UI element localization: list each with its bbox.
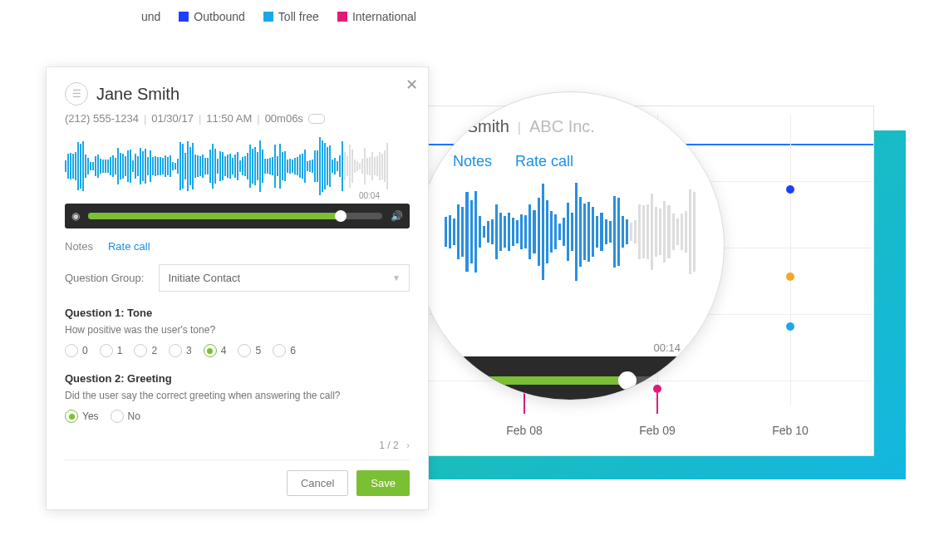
legend-label: Outbound [194, 10, 245, 23]
radio-option[interactable]: No [111, 410, 140, 423]
radio-option[interactable]: 4 [204, 344, 227, 357]
legend-item: Toll free [263, 10, 319, 23]
radio-option[interactable]: 2 [134, 344, 157, 357]
legend-item: und [141, 10, 160, 23]
call-duration: 00m06s [265, 112, 303, 125]
data-point[interactable] [786, 185, 794, 194]
radio-icon [65, 344, 78, 357]
call-date: 01/30/17 [151, 112, 194, 125]
modal-tabs: Notes Rate call [65, 240, 410, 253]
question-group-select[interactable]: Initiate Contact ▼ [159, 264, 410, 292]
waveform-small[interactable] [65, 136, 410, 196]
player-progress [88, 213, 341, 219]
radio-label: 4 [221, 345, 227, 356]
question-2-text: Did the user say the correct greeting wh… [65, 390, 410, 401]
radio-icon [238, 344, 251, 357]
radio-icon [65, 410, 78, 423]
contact-name: Jane Smith [96, 85, 179, 104]
radio-option[interactable]: 5 [238, 344, 261, 357]
call-meta: (212) 555-1234| 01/30/17| 11:50 AM| 00m0… [65, 112, 410, 125]
radio-label: 0 [82, 345, 88, 356]
radio-icon [111, 410, 124, 423]
data-point[interactable] [786, 322, 794, 331]
radio-label: 3 [186, 345, 192, 356]
radio-option[interactable]: 3 [169, 344, 192, 357]
radio-icon [273, 344, 286, 357]
player-thumb[interactable] [335, 210, 347, 222]
audio-player: ◉ 🔊 [65, 204, 410, 228]
x-tick-label: Feb 08 [491, 424, 558, 437]
radio-label: 6 [290, 345, 296, 356]
legend-item: Outbound [179, 10, 245, 23]
radio-label: Yes [82, 410, 99, 422]
x-tick-label: Feb 10 [757, 424, 823, 437]
select-value: Initiate Contact [168, 272, 240, 284]
radio-icon [169, 344, 182, 357]
radio-option[interactable]: 0 [65, 344, 88, 357]
tab-rate-call[interactable]: Rate call [108, 240, 150, 253]
waveform-time-marker: 00:14 [653, 341, 681, 354]
data-point[interactable] [786, 273, 794, 281]
page-indicator: 1 / 2 [379, 440, 398, 451]
zoom-callout: e Smith | ABC Inc. Notes Rate call 00:14 [415, 91, 725, 400]
question-1-title: Question 1: Tone [65, 307, 410, 319]
radio-label: 2 [151, 345, 157, 356]
question-2-title: Question 2: Greeting [65, 372, 410, 385]
x-tick-label: Feb 09 [624, 424, 691, 437]
legend-label: und [141, 10, 160, 23]
data-point[interactable] [653, 385, 661, 393]
link-icon[interactable] [308, 114, 325, 124]
save-button[interactable]: Save [356, 470, 410, 496]
legend-swatch [263, 12, 273, 22]
radio-label: No [128, 410, 140, 422]
question-group-row: Question Group: Initiate Contact ▼ [65, 264, 410, 292]
modal-footer: Cancel Save [65, 459, 410, 496]
radio-icon [204, 344, 217, 357]
pager: 1 / 2 › [65, 440, 410, 451]
radio-icon [100, 344, 113, 357]
question-2-options: YesNo [65, 410, 410, 423]
radio-label: 1 [117, 345, 123, 356]
radio-icon [134, 344, 147, 357]
zoom-tabs: Notes Rate call [453, 153, 704, 170]
player-track[interactable] [88, 213, 382, 219]
legend-item: International [337, 10, 416, 23]
tab-notes[interactable]: Notes [65, 240, 93, 253]
radio-label: 5 [255, 345, 261, 356]
chevron-right-icon[interactable]: › [406, 440, 410, 451]
tab-rate-call[interactable]: Rate call [515, 153, 573, 170]
waveform-time-marker: 00:04 [65, 191, 410, 200]
chevron-down-icon: ▼ [392, 273, 401, 282]
grid-line [790, 115, 791, 405]
zoom-company: ABC Inc. [529, 117, 595, 136]
radio-option[interactable]: 1 [100, 344, 123, 357]
play-icon[interactable]: ◉ [71, 210, 80, 222]
close-icon[interactable]: ✕ [406, 76, 418, 94]
phone-number: (212) 555-1234 [65, 112, 139, 125]
legend-label: International [352, 10, 416, 23]
waveform-large[interactable] [445, 182, 696, 282]
legend-label: Toll free [278, 10, 319, 23]
question-1-text: How positive was the user's tone? [65, 324, 410, 336]
legend-swatch [179, 12, 189, 22]
chart-legend: und Outbound Toll free International [141, 10, 416, 23]
question-group-label: Question Group: [65, 272, 144, 284]
tab-notes[interactable]: Notes [453, 153, 492, 170]
radio-option[interactable]: Yes [65, 410, 99, 423]
cancel-button[interactable]: Cancel [287, 470, 348, 496]
call-detail-modal: ✕ ☰ Jane Smith (212) 555-1234| 01/30/17|… [46, 66, 429, 510]
modal-header: ☰ Jane Smith [65, 82, 410, 106]
legend-swatch [337, 12, 347, 22]
question-1-options: 0123456 [65, 344, 410, 357]
contact-icon: ☰ [65, 82, 88, 106]
volume-icon[interactable]: 🔊 [391, 210, 403, 222]
call-time: 11:50 AM [206, 112, 252, 125]
radio-option[interactable]: 6 [273, 344, 296, 357]
